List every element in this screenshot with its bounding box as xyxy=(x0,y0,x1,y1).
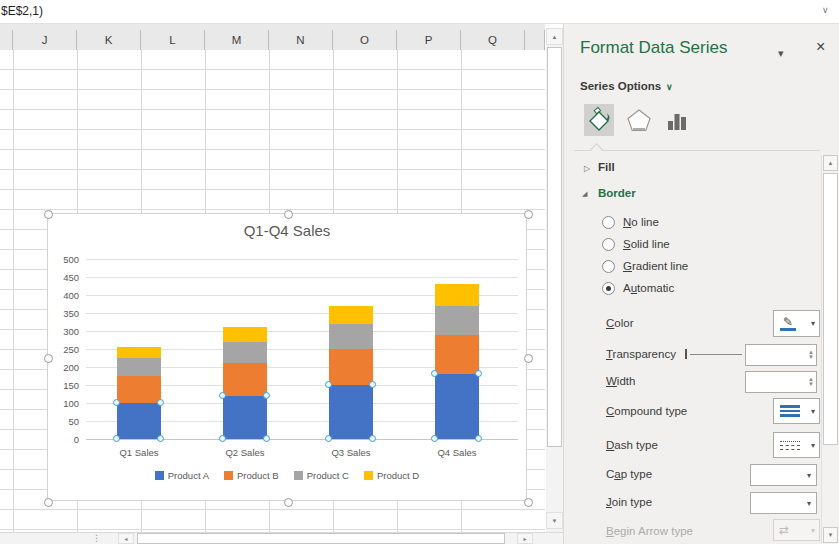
tab-fill-line[interactable] xyxy=(584,104,614,136)
vertical-scroll-thumb[interactable] xyxy=(547,47,562,447)
width-input[interactable]: ▲ ▼ xyxy=(745,371,817,393)
bar-segment[interactable] xyxy=(117,376,161,403)
bar-segment[interactable] xyxy=(223,396,267,439)
column-header-K[interactable]: K xyxy=(77,30,141,50)
chart-selection-handle[interactable] xyxy=(44,498,53,507)
chart[interactable]: Q1-Q4 Sales Product AProduct BProduct CP… xyxy=(47,213,527,501)
pane-options-caret-icon[interactable]: ▾ xyxy=(778,47,784,60)
chart-selection-handle[interactable] xyxy=(524,210,533,219)
bar-segment[interactable] xyxy=(117,403,161,439)
bar-segment[interactable] xyxy=(117,347,161,358)
bar-segment[interactable] xyxy=(329,306,373,324)
formula-bar-expand-icon[interactable]: ∨ xyxy=(822,5,829,15)
chart-selection-handle[interactable] xyxy=(524,354,533,363)
chart-title[interactable]: Q1-Q4 Sales xyxy=(48,222,526,239)
chart-selection-handle[interactable] xyxy=(44,354,53,363)
transparency-input[interactable]: ▲ ▼ xyxy=(745,344,817,366)
chart-selection-handle[interactable] xyxy=(524,498,533,507)
scroll-down-icon[interactable]: ▼ xyxy=(546,512,563,529)
radio-circle-icon[interactable] xyxy=(602,216,615,229)
legend-item[interactable]: Product B xyxy=(224,470,279,481)
radio-gradient-line[interactable]: Gradient line xyxy=(602,258,688,274)
radio-circle-icon[interactable] xyxy=(602,260,615,273)
column-header-Q[interactable]: Q xyxy=(461,30,525,50)
dash-type-button[interactable]: ▾ xyxy=(773,432,820,458)
legend-item[interactable]: Product C xyxy=(294,470,349,481)
bar-segment[interactable] xyxy=(329,385,373,439)
join-caret-icon[interactable]: ▾ xyxy=(807,499,816,508)
arrows-icon: ⇄ xyxy=(779,523,789,537)
series-options-dropdown[interactable]: Series Options xyxy=(580,80,661,92)
horizontal-scroll-thumb[interactable] xyxy=(137,533,505,544)
spinner-down-icon[interactable]: ▼ xyxy=(808,382,814,387)
chart-selection-handle[interactable] xyxy=(44,210,53,219)
sheet-horizontal-scrollbar[interactable]: ⋮ ◄ ► xyxy=(0,532,563,544)
column-header-N[interactable]: N xyxy=(269,30,333,50)
legend-item[interactable]: Product D xyxy=(364,470,419,481)
pane-close-icon[interactable]: × xyxy=(816,38,825,56)
color-button[interactable]: ✎ ▾ xyxy=(773,310,820,337)
bar-segment[interactable] xyxy=(435,284,479,306)
pane-scroll-thumb[interactable] xyxy=(823,173,838,445)
data-point-handle xyxy=(369,435,376,442)
bar-segment[interactable] xyxy=(329,324,373,349)
chart-selection-handle[interactable] xyxy=(284,210,293,219)
column-header-partial[interactable] xyxy=(525,30,545,50)
transparency-slider-handle[interactable] xyxy=(685,349,687,359)
color-caret-icon[interactable]: ▾ xyxy=(811,319,819,328)
cap-type-select[interactable]: ▾ xyxy=(750,464,817,486)
bar-segment[interactable] xyxy=(223,363,267,395)
column-header-O[interactable]: O xyxy=(333,30,397,50)
radio-automatic[interactable]: Automatic xyxy=(602,280,674,296)
bar-segment[interactable] xyxy=(435,335,479,375)
join-type-select[interactable]: ▾ xyxy=(750,492,817,514)
column-header-M[interactable]: M xyxy=(205,30,269,50)
legend-item[interactable]: Product A xyxy=(155,470,209,481)
tab-splitter-dots-icon[interactable]: ⋮ xyxy=(92,533,101,543)
sheet-vertical-scrollbar[interactable]: ▲ ▼ xyxy=(546,28,563,532)
radio-no-line[interactable]: No line xyxy=(602,214,659,230)
column-header-P[interactable]: P xyxy=(397,30,461,50)
bar-segment[interactable] xyxy=(435,374,479,439)
chart-selection-handle[interactable] xyxy=(284,498,293,507)
pane-scroll-down-icon[interactable]: ▼ xyxy=(823,527,838,543)
data-point-handle xyxy=(113,435,120,442)
scroll-up-icon[interactable]: ▲ xyxy=(546,28,563,45)
section-border-toggle[interactable]: Border xyxy=(598,187,636,199)
scroll-right-icon[interactable]: ► xyxy=(517,533,533,544)
column-header-L[interactable]: L xyxy=(141,30,205,50)
fill-collapse-icon[interactable]: ▷ xyxy=(584,164,590,173)
pane-scroll-up-icon[interactable]: ▲ xyxy=(823,155,838,171)
formula-text[interactable]: $E$2,1) xyxy=(1,4,43,18)
radio-solid-line[interactable]: Solid line xyxy=(602,236,670,252)
spinner-down-icon[interactable]: ▼ xyxy=(808,355,814,360)
cap-caret-icon[interactable]: ▾ xyxy=(807,471,816,480)
bar-segment[interactable] xyxy=(435,306,479,335)
radio-circle-icon[interactable] xyxy=(602,238,615,251)
bar-segment[interactable] xyxy=(117,358,161,376)
compound-caret-icon[interactable]: ▾ xyxy=(811,407,819,416)
transparency-slider-track[interactable] xyxy=(690,354,742,355)
y-axis-tick-label: 100 xyxy=(48,398,79,409)
column-header-J[interactable]: J xyxy=(13,30,77,50)
compound-type-button[interactable]: ▾ xyxy=(773,398,820,424)
color-swatch-bar xyxy=(780,328,796,331)
formula-bar[interactable]: $E$2,1) ∨ xyxy=(0,0,839,24)
y-axis-tick-label: 350 xyxy=(48,308,79,319)
scroll-left-icon[interactable]: ◄ xyxy=(118,533,134,544)
bar-segment[interactable] xyxy=(329,349,373,385)
border-expand-icon[interactable]: ◢ xyxy=(582,190,587,198)
format-data-series-pane: Format Data Series ▾ × Series Options ∨ xyxy=(563,24,839,544)
radio-label: No line xyxy=(623,216,659,228)
bar-segment[interactable] xyxy=(223,342,267,364)
dash-caret-icon[interactable]: ▾ xyxy=(811,441,819,450)
column-header-partial[interactable] xyxy=(0,30,13,50)
radio-label: Automatic xyxy=(623,282,674,294)
cap-type-label: Cap type xyxy=(606,468,652,480)
series-options-chevron-icon[interactable]: ∨ xyxy=(666,82,673,92)
radio-circle-icon[interactable] xyxy=(602,282,615,295)
tab-effects[interactable] xyxy=(624,104,654,136)
section-fill-toggle[interactable]: Fill xyxy=(598,161,615,173)
tab-series-options[interactable] xyxy=(662,104,692,136)
bar-segment[interactable] xyxy=(223,327,267,341)
